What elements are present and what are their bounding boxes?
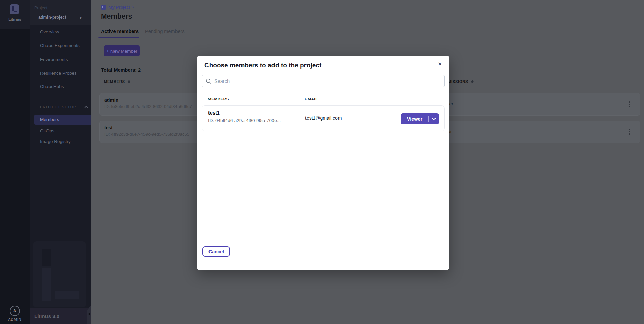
- sidebar: Project admin-project › Overview Chaos E…: [30, 0, 91, 324]
- modal-member-row[interactable]: test1 ID: 04bff4d6-a29a-4f80-9f5a-700e..…: [202, 105, 445, 131]
- litmus-logo-icon[interactable]: [10, 4, 19, 14]
- cancel-button[interactable]: Cancel: [202, 246, 230, 257]
- avatar-label: ADMIN: [0, 317, 30, 321]
- promo-shape: [42, 268, 51, 301]
- divider: [91, 25, 644, 25]
- version-label: Litmus 3.0: [30, 313, 59, 319]
- member-id: ID: 4ff92c3d-d6e7-459c-9ed5-736fd2f0ac65: [104, 132, 189, 137]
- sidebar-item-chaoshubs[interactable]: ChaosHubs: [30, 82, 91, 92]
- sidebar-item-resilience-probes[interactable]: Resilience Probes: [30, 68, 91, 78]
- project-setup-label: PROJECT SETUP: [40, 105, 76, 109]
- tab-pending-members[interactable]: Pending members: [145, 29, 185, 34]
- left-rail: Litmus A ADMIN: [0, 0, 30, 324]
- litmus-logo-glyph: [12, 6, 14, 11]
- column-header-label: MEMBERS: [104, 79, 125, 84]
- sidebar-divider: [40, 97, 83, 97]
- chevron-down-icon: [432, 117, 436, 120]
- active-tab-underline: [98, 37, 139, 38]
- litmus-logo-glyph-dot: [14, 11, 17, 12]
- breadcrumb[interactable]: My Project ›: [101, 4, 134, 10]
- member-name: test1: [208, 110, 220, 116]
- role-label: Viewer: [401, 116, 428, 122]
- modal-title: Choose members to add to the project: [204, 62, 321, 69]
- user-avatar-wrap: A ADMIN: [0, 306, 30, 321]
- column-header-members[interactable]: MEMBERS: [104, 79, 130, 84]
- row-menu-icon[interactable]: [629, 129, 630, 135]
- chevron-right-icon: ›: [132, 4, 134, 10]
- project-label: Project: [34, 6, 47, 10]
- member-email: test1@gmail.com: [305, 115, 342, 121]
- promo-shape: [55, 291, 79, 299]
- sidebar-item-chaos-experiments[interactable]: Chaos Experiments: [30, 41, 91, 51]
- sidebar-item-image-registry[interactable]: Image Registry: [30, 137, 91, 147]
- promo-shape: [42, 249, 51, 266]
- project-setup-section-header[interactable]: PROJECT SETUP: [40, 105, 87, 109]
- project-select-value: admin-project: [38, 15, 66, 20]
- role-dropdown-toggle[interactable]: [429, 118, 439, 120]
- breadcrumb-project-link[interactable]: My Project: [108, 5, 130, 10]
- search-icon: [206, 78, 211, 84]
- breadcrumb-project-icon: [101, 5, 106, 10]
- member-name: admin: [104, 97, 118, 103]
- project-select[interactable]: admin-project ›: [35, 13, 85, 21]
- new-member-button[interactable]: + New Member: [104, 45, 140, 56]
- sidebar-footer: Litmus 3.0: [30, 308, 91, 324]
- member-name: test: [104, 125, 113, 130]
- total-members-count: Total Members: 2: [101, 67, 141, 73]
- sort-icon[interactable]: [128, 80, 130, 83]
- close-icon[interactable]: ✕: [438, 61, 442, 67]
- modal-column-header-members: MEMBERS: [208, 97, 229, 101]
- search-input[interactable]: [214, 78, 444, 84]
- avatar[interactable]: A: [10, 306, 20, 316]
- search-box: [202, 75, 445, 87]
- row-menu-icon[interactable]: [629, 101, 630, 107]
- sidebar-item-environments[interactable]: Environments: [30, 55, 91, 65]
- member-id: ID: 04bff4d6-a29a-4f80-9f5a-700e...: [208, 118, 281, 123]
- sidebar-item-overview[interactable]: Overview: [30, 27, 91, 37]
- chevron-right-icon: ›: [80, 14, 82, 20]
- role-select-button[interactable]: Viewer: [401, 113, 439, 124]
- collapse-arrow-icon: [88, 313, 90, 315]
- page-title: Members: [101, 12, 132, 20]
- add-members-modal: Choose members to add to the project ✕ M…: [197, 56, 449, 270]
- divider: [91, 38, 644, 38]
- modal-column-header-email: EMAIL: [305, 97, 318, 101]
- sort-icon[interactable]: [471, 80, 474, 83]
- member-id: ID: fe8e5cd9-eb2c-4d32-8632-04df34a6d6c7: [104, 104, 192, 109]
- tab-active-members[interactable]: Active members: [101, 29, 139, 34]
- sidebar-item-members[interactable]: Members: [34, 115, 91, 125]
- litmus-logo-label: Litmus: [0, 17, 30, 21]
- sidebar-item-gitops[interactable]: GitOps: [30, 126, 91, 136]
- sidebar-promo-illustration: [33, 241, 86, 307]
- chevron-up-icon: [85, 106, 88, 109]
